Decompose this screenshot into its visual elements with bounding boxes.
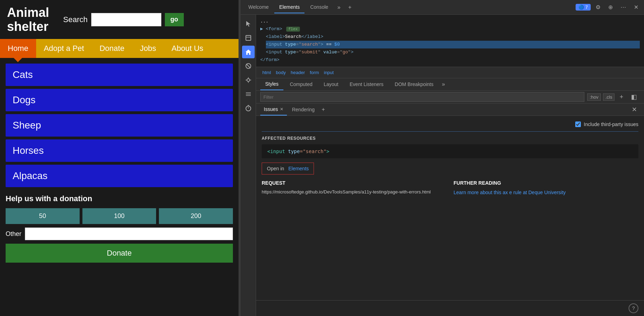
styles-tab-dom-breakpoints[interactable]: DOM Breakpoints bbox=[390, 79, 438, 90]
breadcrumb-body[interactable]: body bbox=[274, 69, 288, 76]
search-input[interactable] bbox=[91, 13, 161, 26]
further-reading-link[interactable]: Learn more about this ax e rule at Deque… bbox=[454, 190, 566, 195]
nav-item-donate[interactable]: Donate bbox=[92, 39, 132, 58]
svg-point-4 bbox=[247, 79, 250, 81]
donation-title: Help us with a donation bbox=[6, 194, 233, 203]
styles-tab-more-icon[interactable]: » bbox=[440, 78, 447, 90]
amount-50[interactable]: 50 bbox=[6, 208, 80, 224]
timer-icon[interactable] bbox=[242, 102, 255, 114]
devtools-tab-elements[interactable]: Elements bbox=[274, 1, 304, 13]
styles-tab-computed[interactable]: Computed bbox=[285, 79, 317, 90]
svg-rect-0 bbox=[246, 35, 251, 40]
styles-tab-layout[interactable]: Layout bbox=[319, 79, 343, 90]
dom-line-ellipsis: ... bbox=[260, 18, 640, 25]
devtools-topbar: Welcome Elements Console » + 🔵 7 ⚙ ⊕ ⋯ ✕ bbox=[241, 0, 644, 15]
search-label: Search bbox=[63, 15, 88, 24]
styles-tab-styles[interactable]: Styles bbox=[260, 78, 283, 90]
filter-panel-icon[interactable]: ◧ bbox=[628, 92, 640, 101]
nav-item-adopt[interactable]: Adopt a Pet bbox=[36, 39, 92, 58]
bottom-help: ? bbox=[256, 300, 644, 316]
svg-line-3 bbox=[246, 64, 250, 68]
animal-list: Cats Dogs Sheep Horses Alpacas bbox=[0, 58, 239, 187]
cursor-icon[interactable] bbox=[242, 18, 255, 30]
request-col: REQUEST https://microsoftedge.github.io/… bbox=[262, 180, 447, 196]
devtools-profile-icon[interactable]: ⊕ bbox=[605, 2, 616, 12]
dom-input-search-line[interactable]: <input type="search"> == $0 bbox=[260, 41, 640, 48]
dom-label-line[interactable]: <label>Search</label> bbox=[260, 33, 640, 41]
animal-cats[interactable]: Cats bbox=[6, 64, 233, 86]
search-area: Search go bbox=[63, 13, 184, 26]
filter-input[interactable] bbox=[260, 92, 584, 102]
donation-section: Help us with a donation 50 100 200 Other… bbox=[0, 187, 239, 270]
other-label: Other bbox=[6, 230, 21, 238]
donation-amounts: 50 100 200 bbox=[6, 208, 233, 224]
animal-alpacas[interactable]: Alpacas bbox=[6, 165, 233, 187]
devtools-more-icon[interactable]: ⋯ bbox=[618, 2, 629, 12]
breadcrumb-html[interactable]: html bbox=[260, 69, 273, 76]
filter-add-icon[interactable]: + bbox=[617, 93, 626, 101]
affected-resources-heading: AFFECTED RESOURCES bbox=[262, 136, 638, 141]
third-party-label: Include third-party issues bbox=[584, 121, 638, 127]
site-header: Animal shelter Search go bbox=[0, 0, 239, 39]
animal-dogs[interactable]: Dogs bbox=[6, 89, 233, 111]
site-title: Animal shelter bbox=[7, 6, 49, 33]
animal-horses[interactable]: Horses bbox=[6, 139, 233, 162]
issues-tab-issues[interactable]: Issues ✕ bbox=[260, 104, 287, 116]
styles-tab-event-listeners[interactable]: Event Listeners bbox=[345, 79, 389, 90]
further-reading-heading: FURTHER READING bbox=[454, 180, 638, 186]
filter-row: :hov .cls + ◧ bbox=[256, 91, 644, 104]
breadcrumb-header[interactable]: header bbox=[289, 69, 307, 76]
animal-sheep[interactable]: Sheep bbox=[6, 114, 233, 137]
open-in-elements-button[interactable]: Open in Elements bbox=[262, 163, 314, 175]
other-amount-input[interactable] bbox=[25, 228, 233, 240]
devtools-body: ... ▶ <form> flex <label>Search</label> … bbox=[241, 15, 644, 316]
breadcrumb-input[interactable]: input bbox=[322, 69, 336, 76]
nav-item-jobs[interactable]: Jobs bbox=[132, 39, 164, 58]
issues-subtabs: Issues ✕ Rendering + ✕ bbox=[256, 104, 644, 116]
separator-line bbox=[262, 131, 638, 132]
issues-content: Include third-party issues AFFECTED RESO… bbox=[256, 116, 644, 300]
devtools-badge: 🔵 7 bbox=[576, 4, 591, 11]
issues-tab-add-icon[interactable]: + bbox=[320, 104, 327, 116]
layers-icon[interactable] bbox=[242, 88, 255, 100]
nav-item-about[interactable]: About Us bbox=[164, 39, 211, 58]
devtools-settings-icon[interactable]: ⚙ bbox=[593, 2, 603, 12]
no-screenshot-icon[interactable] bbox=[242, 60, 255, 72]
dom-form-line[interactable]: ▶ <form> flex bbox=[260, 25, 640, 33]
issues-tab-rendering[interactable]: Rendering bbox=[288, 104, 318, 115]
dom-input-submit-line[interactable]: <input type="submit" value="go"> bbox=[260, 48, 640, 56]
devtools-tab-console[interactable]: Console bbox=[305, 1, 333, 13]
devtools-topbar-right: 🔵 7 ⚙ ⊕ ⋯ ✕ bbox=[576, 2, 641, 12]
request-further-reading: REQUEST https://microsoftedge.github.io/… bbox=[262, 180, 638, 196]
third-party-row: Include third-party issues bbox=[262, 121, 638, 127]
styles-tabs: Styles Computed Layout Event Listeners D… bbox=[256, 78, 644, 91]
bug-icon[interactable] bbox=[242, 74, 255, 86]
filter-cls-button[interactable]: .cls bbox=[603, 93, 615, 101]
devtools-sidebar bbox=[241, 15, 256, 316]
site-nav: Home Adopt a Pet Donate Jobs About Us bbox=[0, 39, 239, 58]
elements-link[interactable]: Elements bbox=[288, 166, 309, 171]
inspect-icon[interactable] bbox=[242, 32, 255, 44]
devtools-tab-welcome[interactable]: Welcome bbox=[243, 1, 274, 13]
devtools-tab-add-icon[interactable]: + bbox=[345, 1, 355, 13]
breadcrumb-form[interactable]: form bbox=[308, 69, 321, 76]
issues-tab-close-icon[interactable]: ✕ bbox=[280, 107, 283, 112]
help-icon[interactable]: ? bbox=[629, 303, 638, 313]
issues-panel-close-icon[interactable]: ✕ bbox=[629, 104, 640, 115]
request-heading: REQUEST bbox=[262, 180, 447, 186]
devtools-panel: Welcome Elements Console » + 🔵 7 ⚙ ⊕ ⋯ ✕ bbox=[241, 0, 644, 316]
devtools-tab-more-icon[interactable]: » bbox=[334, 1, 344, 13]
left-panel: Animal shelter Search go Home Adopt a Pe… bbox=[0, 0, 239, 316]
filter-hov-button[interactable]: :hov bbox=[587, 93, 601, 101]
third-party-checkbox[interactable] bbox=[575, 121, 581, 127]
nav-item-home[interactable]: Home bbox=[0, 39, 36, 58]
go-button[interactable]: go bbox=[165, 13, 184, 26]
devtools-close-icon[interactable]: ✕ bbox=[631, 2, 641, 12]
dom-tree: ... ▶ <form> flex <label>Search</label> … bbox=[256, 15, 644, 67]
amount-100[interactable]: 100 bbox=[82, 208, 156, 224]
donate-button[interactable]: Donate bbox=[6, 244, 233, 263]
other-row: Other bbox=[6, 228, 233, 240]
amount-200[interactable]: 200 bbox=[159, 208, 233, 224]
breadcrumb: html body header form input bbox=[256, 67, 644, 78]
home-icon[interactable] bbox=[242, 46, 255, 58]
